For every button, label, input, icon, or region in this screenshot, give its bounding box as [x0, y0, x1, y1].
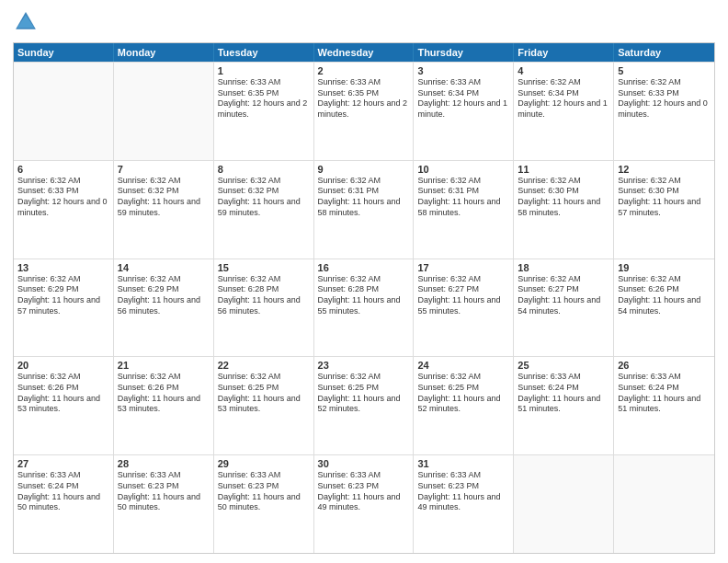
cell-info: Sunrise: 6:32 AMSunset: 6:32 PMDaylight:…	[118, 176, 210, 219]
calendar-cell: 12Sunrise: 6:32 AMSunset: 6:30 PMDayligh…	[614, 161, 714, 259]
cell-info: Sunrise: 6:33 AMSunset: 6:23 PMDaylight:…	[218, 470, 310, 513]
day-number: 17	[417, 262, 509, 273]
cell-info: Sunrise: 6:32 AMSunset: 6:30 PMDaylight:…	[518, 176, 609, 219]
day-number: 6	[17, 164, 109, 175]
calendar-row: 27Sunrise: 6:33 AMSunset: 6:24 PMDayligh…	[14, 454, 714, 553]
cell-info: Sunrise: 6:32 AMSunset: 6:27 PMDaylight:…	[518, 274, 609, 317]
calendar-cell: 8Sunrise: 6:32 AMSunset: 6:32 PMDaylight…	[214, 161, 314, 259]
calendar-cell: 22Sunrise: 6:32 AMSunset: 6:25 PMDayligh…	[214, 357, 314, 454]
calendar-row: 1Sunrise: 6:33 AMSunset: 6:35 PMDaylight…	[14, 62, 714, 160]
day-number: 31	[417, 458, 509, 469]
day-number: 14	[118, 262, 210, 273]
calendar-cell: 28Sunrise: 6:33 AMSunset: 6:23 PMDayligh…	[114, 455, 214, 553]
calendar-cell: 19Sunrise: 6:32 AMSunset: 6:26 PMDayligh…	[614, 259, 714, 357]
calendar-cell: 11Sunrise: 6:32 AMSunset: 6:30 PMDayligh…	[514, 161, 614, 259]
page: SundayMondayTuesdayWednesdayThursdayFrid…	[0, 0, 728, 563]
cell-info: Sunrise: 6:33 AMSunset: 6:24 PMDaylight:…	[618, 372, 711, 415]
cell-info: Sunrise: 6:33 AMSunset: 6:23 PMDaylight:…	[118, 470, 210, 513]
calendar-cell: 29Sunrise: 6:33 AMSunset: 6:23 PMDayligh…	[214, 455, 314, 553]
day-number: 1	[218, 65, 310, 76]
cell-info: Sunrise: 6:32 AMSunset: 6:25 PMDaylight:…	[218, 372, 310, 415]
day-number: 20	[17, 360, 109, 371]
logo	[13, 9, 42, 35]
day-number: 21	[118, 360, 210, 371]
day-number: 8	[218, 164, 310, 175]
calendar-cell: 7Sunrise: 6:32 AMSunset: 6:32 PMDaylight…	[114, 161, 214, 259]
cell-info: Sunrise: 6:32 AMSunset: 6:30 PMDaylight:…	[618, 176, 711, 219]
calendar-header-day: Friday	[514, 43, 614, 62]
calendar-cell: 10Sunrise: 6:32 AMSunset: 6:31 PMDayligh…	[414, 161, 514, 259]
calendar-header: SundayMondayTuesdayWednesdayThursdayFrid…	[14, 43, 714, 62]
calendar-header-day: Saturday	[614, 43, 714, 62]
header	[13, 9, 715, 35]
cell-info: Sunrise: 6:32 AMSunset: 6:34 PMDaylight:…	[518, 77, 609, 121]
day-number: 10	[417, 164, 509, 175]
calendar-cell: 15Sunrise: 6:32 AMSunset: 6:28 PMDayligh…	[214, 259, 314, 357]
calendar-cell: 31Sunrise: 6:33 AMSunset: 6:23 PMDayligh…	[414, 455, 514, 553]
calendar-cell: 30Sunrise: 6:33 AMSunset: 6:23 PMDayligh…	[314, 455, 415, 553]
calendar-cell	[514, 455, 614, 553]
day-number: 27	[17, 458, 109, 469]
logo-icon	[13, 9, 39, 35]
day-number: 25	[518, 360, 609, 371]
calendar-body: 1Sunrise: 6:33 AMSunset: 6:35 PMDaylight…	[14, 62, 714, 553]
day-number: 9	[318, 164, 410, 175]
calendar-cell: 17Sunrise: 6:32 AMSunset: 6:27 PMDayligh…	[414, 259, 514, 357]
day-number: 19	[618, 262, 711, 273]
calendar-cell: 23Sunrise: 6:32 AMSunset: 6:25 PMDayligh…	[314, 357, 415, 454]
day-number: 3	[417, 65, 509, 76]
day-number: 22	[218, 360, 310, 371]
cell-info: Sunrise: 6:33 AMSunset: 6:23 PMDaylight:…	[417, 470, 509, 513]
calendar-row: 13Sunrise: 6:32 AMSunset: 6:29 PMDayligh…	[14, 259, 714, 357]
cell-info: Sunrise: 6:32 AMSunset: 6:31 PMDaylight:…	[417, 176, 509, 219]
calendar-cell: 14Sunrise: 6:32 AMSunset: 6:29 PMDayligh…	[114, 259, 214, 357]
cell-info: Sunrise: 6:32 AMSunset: 6:26 PMDaylight:…	[17, 372, 109, 415]
calendar-cell: 18Sunrise: 6:32 AMSunset: 6:27 PMDayligh…	[514, 259, 614, 357]
day-number: 30	[318, 458, 410, 469]
day-number: 12	[618, 164, 711, 175]
calendar-cell: 1Sunrise: 6:33 AMSunset: 6:35 PMDaylight…	[214, 63, 314, 160]
day-number: 7	[118, 164, 210, 175]
cell-info: Sunrise: 6:32 AMSunset: 6:33 PMDaylight:…	[618, 77, 711, 121]
calendar-cell: 4Sunrise: 6:32 AMSunset: 6:34 PMDaylight…	[514, 63, 614, 160]
calendar-cell: 27Sunrise: 6:33 AMSunset: 6:24 PMDayligh…	[14, 455, 114, 553]
calendar: SundayMondayTuesdayWednesdayThursdayFrid…	[13, 42, 715, 554]
cell-info: Sunrise: 6:32 AMSunset: 6:26 PMDaylight:…	[118, 372, 210, 415]
calendar-cell: 5Sunrise: 6:32 AMSunset: 6:33 PMDaylight…	[614, 63, 714, 160]
cell-info: Sunrise: 6:33 AMSunset: 6:35 PMDaylight:…	[218, 77, 310, 121]
cell-info: Sunrise: 6:32 AMSunset: 6:28 PMDaylight:…	[318, 274, 410, 317]
day-number: 24	[417, 360, 509, 371]
calendar-cell	[14, 63, 114, 160]
cell-info: Sunrise: 6:32 AMSunset: 6:28 PMDaylight:…	[218, 274, 310, 317]
calendar-row: 20Sunrise: 6:32 AMSunset: 6:26 PMDayligh…	[14, 356, 714, 454]
day-number: 13	[17, 262, 109, 273]
day-number: 28	[118, 458, 210, 469]
cell-info: Sunrise: 6:33 AMSunset: 6:34 PMDaylight:…	[417, 77, 509, 121]
day-number: 11	[518, 164, 609, 175]
calendar-cell: 16Sunrise: 6:32 AMSunset: 6:28 PMDayligh…	[314, 259, 415, 357]
cell-info: Sunrise: 6:32 AMSunset: 6:31 PMDaylight:…	[318, 176, 410, 219]
calendar-cell: 3Sunrise: 6:33 AMSunset: 6:34 PMDaylight…	[414, 63, 514, 160]
cell-info: Sunrise: 6:33 AMSunset: 6:24 PMDaylight:…	[518, 372, 609, 415]
calendar-cell: 20Sunrise: 6:32 AMSunset: 6:26 PMDayligh…	[14, 357, 114, 454]
day-number: 18	[518, 262, 609, 273]
cell-info: Sunrise: 6:32 AMSunset: 6:25 PMDaylight:…	[417, 372, 509, 415]
calendar-header-day: Sunday	[14, 43, 114, 62]
cell-info: Sunrise: 6:32 AMSunset: 6:27 PMDaylight:…	[417, 274, 509, 317]
calendar-cell: 6Sunrise: 6:32 AMSunset: 6:33 PMDaylight…	[14, 161, 114, 259]
calendar-cell: 13Sunrise: 6:32 AMSunset: 6:29 PMDayligh…	[14, 259, 114, 357]
cell-info: Sunrise: 6:33 AMSunset: 6:35 PMDaylight:…	[318, 77, 410, 121]
day-number: 2	[318, 65, 410, 76]
day-number: 29	[218, 458, 310, 469]
calendar-header-day: Wednesday	[314, 43, 415, 62]
calendar-header-day: Monday	[114, 43, 214, 62]
calendar-cell	[614, 455, 714, 553]
cell-info: Sunrise: 6:32 AMSunset: 6:26 PMDaylight:…	[618, 274, 711, 317]
calendar-cell: 9Sunrise: 6:32 AMSunset: 6:31 PMDaylight…	[314, 161, 415, 259]
cell-info: Sunrise: 6:33 AMSunset: 6:23 PMDaylight:…	[318, 470, 410, 513]
calendar-cell: 2Sunrise: 6:33 AMSunset: 6:35 PMDaylight…	[314, 63, 415, 160]
calendar-cell: 21Sunrise: 6:32 AMSunset: 6:26 PMDayligh…	[114, 357, 214, 454]
day-number: 4	[518, 65, 609, 76]
day-number: 23	[318, 360, 410, 371]
calendar-header-day: Tuesday	[214, 43, 314, 62]
